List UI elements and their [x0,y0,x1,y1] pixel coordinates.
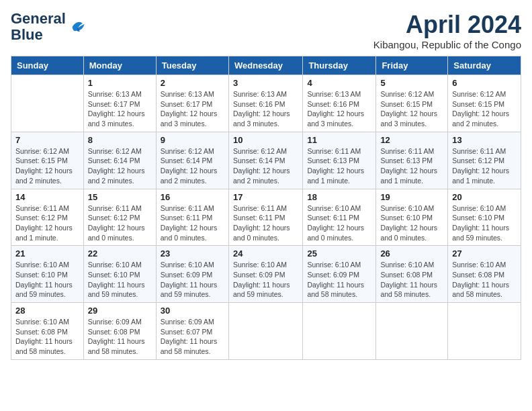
calendar-week-5: 28Sunrise: 6:10 AM Sunset: 6:08 PM Dayli… [11,303,521,360]
day-number: 2 [161,78,224,88]
day-info: Sunrise: 6:13 AM Sunset: 6:17 PM Dayligh… [88,89,152,129]
calendar-cell: 9Sunrise: 6:12 AM Sunset: 6:14 PM Daylig… [156,132,228,189]
calendar-table: SundayMondayTuesdayWednesdayThursdayFrid… [11,56,521,360]
day-number: 18 [307,192,371,202]
calendar-cell: 13Sunrise: 6:11 AM Sunset: 6:12 PM Dayli… [448,132,521,189]
calendar-cell: 4Sunrise: 6:13 AM Sunset: 6:16 PM Daylig… [303,75,376,132]
day-info: Sunrise: 6:10 AM Sunset: 6:10 PM Dayligh… [15,260,79,300]
logo: General Blue [11,11,87,43]
day-number: 14 [15,192,79,202]
calendar-week-2: 7Sunrise: 6:12 AM Sunset: 6:15 PM Daylig… [11,132,521,189]
day-number: 17 [233,192,298,202]
day-number: 3 [233,78,298,88]
calendar-cell: 24Sunrise: 6:10 AM Sunset: 6:09 PM Dayli… [228,246,302,303]
day-number: 5 [380,78,443,88]
day-number: 20 [452,192,517,202]
calendar-header-row: SundayMondayTuesdayWednesdayThursdayFrid… [11,56,521,75]
day-number: 26 [380,248,443,259]
day-info: Sunrise: 6:12 AM Sunset: 6:14 PM Dayligh… [161,146,224,186]
calendar-cell: 17Sunrise: 6:11 AM Sunset: 6:11 PM Dayli… [228,189,302,246]
page-header: General Blue April 2024 Kibangou, Republ… [11,11,521,50]
day-number: 24 [233,248,298,259]
calendar-cell: 19Sunrise: 6:10 AM Sunset: 6:10 PM Dayli… [376,189,448,246]
weekday-header-wednesday: Wednesday [228,56,302,75]
calendar-week-4: 21Sunrise: 6:10 AM Sunset: 6:10 PM Dayli… [11,246,521,303]
calendar-cell [228,303,302,360]
calendar-cell [11,75,84,132]
day-number: 30 [161,306,224,316]
day-info: Sunrise: 6:11 AM Sunset: 6:13 PM Dayligh… [307,146,371,186]
calendar-cell: 8Sunrise: 6:12 AM Sunset: 6:14 PM Daylig… [83,132,156,189]
calendar-cell: 5Sunrise: 6:12 AM Sunset: 6:15 PM Daylig… [376,75,448,132]
calendar-cell: 23Sunrise: 6:10 AM Sunset: 6:09 PM Dayli… [156,246,228,303]
day-info: Sunrise: 6:12 AM Sunset: 6:15 PM Dayligh… [380,89,443,129]
day-info: Sunrise: 6:12 AM Sunset: 6:14 PM Dayligh… [88,146,152,186]
day-info: Sunrise: 6:13 AM Sunset: 6:17 PM Dayligh… [161,89,224,129]
day-number: 16 [161,192,224,202]
calendar-week-3: 14Sunrise: 6:11 AM Sunset: 6:12 PM Dayli… [11,189,521,246]
day-number: 23 [161,248,224,259]
month-title: April 2024 [373,11,521,39]
calendar-cell: 26Sunrise: 6:10 AM Sunset: 6:08 PM Dayli… [376,246,448,303]
calendar-body: 1Sunrise: 6:13 AM Sunset: 6:17 PM Daylig… [11,75,521,360]
day-number: 28 [15,306,79,316]
calendar-cell: 25Sunrise: 6:10 AM Sunset: 6:09 PM Dayli… [303,246,376,303]
day-number: 11 [307,135,371,145]
day-number: 1 [88,78,152,88]
day-number: 29 [88,306,152,316]
logo-bird-icon [69,17,87,36]
title-block: April 2024 Kibangou, Republic of the Con… [373,11,521,50]
calendar-cell [376,303,448,360]
day-info: Sunrise: 6:10 AM Sunset: 6:08 PM Dayligh… [452,260,517,300]
calendar-cell [303,303,376,360]
day-info: Sunrise: 6:10 AM Sunset: 6:10 PM Dayligh… [380,203,443,243]
day-number: 27 [452,248,517,259]
day-info: Sunrise: 6:09 AM Sunset: 6:07 PM Dayligh… [161,317,224,357]
calendar-cell: 27Sunrise: 6:10 AM Sunset: 6:08 PM Dayli… [448,246,521,303]
day-number: 12 [380,135,443,145]
day-info: Sunrise: 6:10 AM Sunset: 6:10 PM Dayligh… [452,203,517,243]
weekday-header-saturday: Saturday [448,56,521,75]
day-number: 10 [233,135,298,145]
day-info: Sunrise: 6:09 AM Sunset: 6:08 PM Dayligh… [88,317,152,357]
day-number: 15 [88,192,152,202]
day-info: Sunrise: 6:11 AM Sunset: 6:13 PM Dayligh… [380,146,443,186]
day-number: 9 [161,135,224,145]
calendar-cell [448,303,521,360]
day-info: Sunrise: 6:11 AM Sunset: 6:12 PM Dayligh… [452,146,517,186]
day-info: Sunrise: 6:11 AM Sunset: 6:11 PM Dayligh… [161,203,224,243]
day-info: Sunrise: 6:10 AM Sunset: 6:08 PM Dayligh… [380,260,443,300]
day-info: Sunrise: 6:12 AM Sunset: 6:14 PM Dayligh… [233,146,298,186]
day-info: Sunrise: 6:11 AM Sunset: 6:11 PM Dayligh… [233,203,298,243]
day-info: Sunrise: 6:10 AM Sunset: 6:11 PM Dayligh… [307,203,371,243]
day-number: 13 [452,135,517,145]
calendar-cell: 16Sunrise: 6:11 AM Sunset: 6:11 PM Dayli… [156,189,228,246]
day-number: 21 [15,248,79,259]
calendar-week-1: 1Sunrise: 6:13 AM Sunset: 6:17 PM Daylig… [11,75,521,132]
day-number: 19 [380,192,443,202]
day-info: Sunrise: 6:10 AM Sunset: 6:08 PM Dayligh… [15,317,79,357]
day-number: 22 [88,248,152,259]
calendar-cell: 10Sunrise: 6:12 AM Sunset: 6:14 PM Dayli… [228,132,302,189]
calendar-cell: 21Sunrise: 6:10 AM Sunset: 6:10 PM Dayli… [11,246,84,303]
calendar-cell: 7Sunrise: 6:12 AM Sunset: 6:15 PM Daylig… [11,132,84,189]
calendar-cell: 29Sunrise: 6:09 AM Sunset: 6:08 PM Dayli… [83,303,156,360]
calendar-cell: 20Sunrise: 6:10 AM Sunset: 6:10 PM Dayli… [448,189,521,246]
day-info: Sunrise: 6:10 AM Sunset: 6:09 PM Dayligh… [307,260,371,300]
calendar-cell: 11Sunrise: 6:11 AM Sunset: 6:13 PM Dayli… [303,132,376,189]
calendar-cell: 6Sunrise: 6:12 AM Sunset: 6:15 PM Daylig… [448,75,521,132]
calendar-cell: 15Sunrise: 6:11 AM Sunset: 6:12 PM Dayli… [83,189,156,246]
calendar-cell: 12Sunrise: 6:11 AM Sunset: 6:13 PM Dayli… [376,132,448,189]
day-info: Sunrise: 6:11 AM Sunset: 6:12 PM Dayligh… [15,203,79,243]
day-number: 8 [88,135,152,145]
calendar-cell: 22Sunrise: 6:10 AM Sunset: 6:10 PM Dayli… [83,246,156,303]
location-subtitle: Kibangou, Republic of the Congo [373,39,521,50]
day-info: Sunrise: 6:10 AM Sunset: 6:10 PM Dayligh… [88,260,152,300]
logo-text: General Blue [11,11,66,43]
day-info: Sunrise: 6:13 AM Sunset: 6:16 PM Dayligh… [307,89,371,129]
calendar-cell: 30Sunrise: 6:09 AM Sunset: 6:07 PM Dayli… [156,303,228,360]
weekday-header-tuesday: Tuesday [156,56,228,75]
day-number: 25 [307,248,371,259]
calendar-cell: 14Sunrise: 6:11 AM Sunset: 6:12 PM Dayli… [11,189,84,246]
calendar-cell: 2Sunrise: 6:13 AM Sunset: 6:17 PM Daylig… [156,75,228,132]
